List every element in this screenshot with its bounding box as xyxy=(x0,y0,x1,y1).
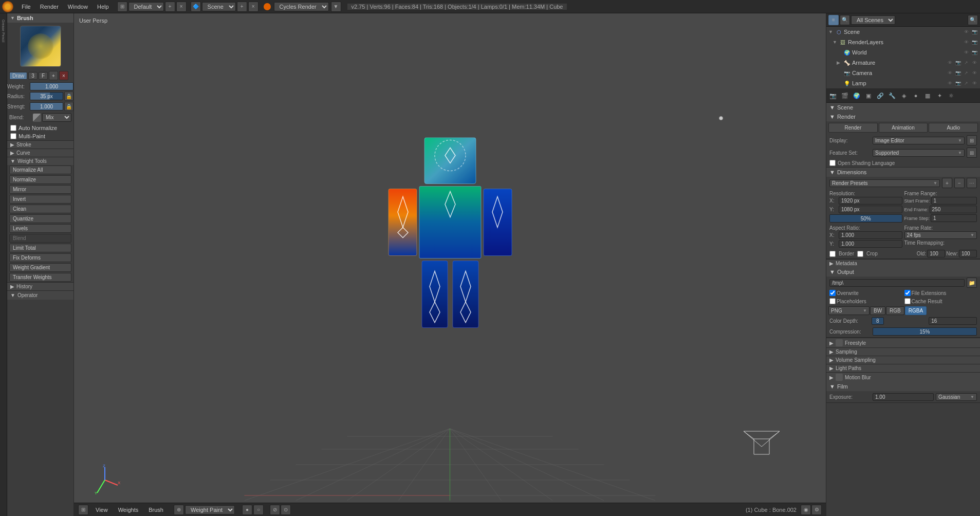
arm-cursor-icon[interactable]: ↗ xyxy=(963,59,970,66)
curve-section-header[interactable]: ▶ Curve xyxy=(7,149,73,157)
engine-settings-btn[interactable]: ▼ xyxy=(331,2,341,12)
start-frame-value[interactable]: 1 xyxy=(931,197,977,205)
placeholder-checkbox[interactable] xyxy=(829,298,836,304)
magnet-btn[interactable]: ⊙ xyxy=(281,505,291,515)
rl-eye-icon[interactable]: 👁 xyxy=(963,39,970,46)
rl-cam-icon[interactable]: 📷 xyxy=(971,39,978,46)
weight-tools-section-header[interactable]: ▼ Weight Tools xyxy=(7,157,73,165)
scene-render-icon[interactable]: 📷 xyxy=(971,28,978,35)
render-props-icon[interactable]: 📷 xyxy=(827,90,839,101)
scene-select[interactable]: Scene xyxy=(202,2,236,11)
light-paths-section[interactable]: ▶ Light Paths xyxy=(826,364,980,372)
weight-slider[interactable]: 1.000 xyxy=(30,82,73,90)
clean-btn[interactable]: Clean xyxy=(9,205,71,213)
fix-deforms-btn[interactable]: Fix Deforms xyxy=(9,253,71,262)
rgba-btn[interactable]: RGBA xyxy=(905,306,927,315)
format-dropdown[interactable]: PNG ▼ xyxy=(828,306,870,315)
physics-props-icon[interactable]: ⚛ xyxy=(946,90,957,101)
sampling-section[interactable]: ▶ Sampling xyxy=(826,347,980,356)
weight-gradient-btn[interactable]: Weight Gradient xyxy=(9,263,71,272)
cam-lock-icon[interactable]: 👁 xyxy=(971,69,978,77)
presets-remove-btn[interactable]: − xyxy=(954,178,965,188)
res-y-value[interactable]: 1080 px xyxy=(839,206,902,213)
end-frame-value[interactable]: 250 xyxy=(930,206,977,213)
res-percent-bar[interactable]: 50% xyxy=(829,214,902,223)
lamp-cam-icon[interactable]: 📷 xyxy=(954,80,961,87)
transfer-weights-btn[interactable]: Transfer Weights xyxy=(9,273,71,282)
menu-file[interactable]: File xyxy=(17,3,35,11)
metadata-section[interactable]: ▶ Metadata xyxy=(826,259,980,267)
render-engine-select[interactable]: Cycles Render xyxy=(274,2,329,11)
brush-panel-header[interactable]: ▼ Brush xyxy=(7,13,73,23)
arm-cam-icon[interactable]: 📷 xyxy=(954,59,961,66)
world-eye-icon[interactable]: 👁 xyxy=(963,49,970,56)
radius-slider[interactable]: 35 px xyxy=(30,92,63,100)
arm-eye-icon[interactable]: 👁 xyxy=(946,59,953,66)
res-x-value[interactable]: 1920 px xyxy=(839,197,902,205)
old-value[interactable]: 100 xyxy=(927,250,945,257)
remove-screen-btn[interactable]: × xyxy=(176,2,187,12)
depth-8-btn[interactable]: 8 xyxy=(872,317,884,325)
render-presets-dropdown[interactable]: Render Presets ▼ xyxy=(829,179,940,187)
scene-tree-item[interactable]: ▼ ⬡ Scene 👁 📷 xyxy=(826,27,980,37)
cam-cam-icon[interactable]: 📷 xyxy=(954,69,961,77)
add-scene-btn[interactable]: + xyxy=(237,2,247,12)
osl-checkbox[interactable] xyxy=(829,160,836,166)
right-search-btn[interactable]: 🔍 xyxy=(968,15,978,25)
volume-sampling-section[interactable]: ▶ Volume Sampling xyxy=(826,356,980,364)
frame-rate-dropdown[interactable]: 24 fps ▼ xyxy=(904,231,977,239)
screen-layout-select[interactable]: Default xyxy=(128,2,164,11)
render-section-header[interactable]: ▼ Render xyxy=(826,112,980,121)
search-icon-btn[interactable]: 🔍 xyxy=(840,15,850,25)
grease-pencil-icon[interactable]: Grease Pencil xyxy=(1,15,6,46)
display-dropdown[interactable]: Image Editor ▼ xyxy=(873,137,965,144)
brush-remove-btn[interactable]: × xyxy=(59,71,68,80)
renderlayers-tree-item[interactable]: ▼ 🖼 RenderLayers 👁 📷 xyxy=(826,37,980,47)
cam-vis-icon[interactable]: ↗ xyxy=(963,69,970,77)
file-ext-checkbox[interactable] xyxy=(904,290,911,296)
new-value[interactable]: 100 xyxy=(959,250,977,257)
lamp-vis-icon[interactable]: ↗ xyxy=(963,80,970,87)
menu-window[interactable]: Window xyxy=(64,3,92,11)
viewport-settings-btn[interactable]: ⚙ xyxy=(811,505,822,515)
strength-slider[interactable]: 1.000 xyxy=(30,102,63,110)
screen-layout-icon[interactable]: ⊞ xyxy=(117,2,127,12)
history-section-header[interactable]: ▶ History xyxy=(7,282,73,290)
camera-tree-item[interactable]: 📷 Camera 👁 📷 ↗ 👁 xyxy=(826,68,980,78)
world-props-icon[interactable]: 🌍 xyxy=(851,90,862,101)
brush-menu-btn[interactable]: Brush xyxy=(145,506,167,513)
viewport-menu-btn[interactable]: ⊞ xyxy=(78,505,88,515)
constraints-props-icon[interactable]: 🔗 xyxy=(875,90,886,101)
presets-add-btn[interactable]: + xyxy=(942,178,952,188)
lamp-lock-icon[interactable]: 👁 xyxy=(971,80,978,87)
render-preview-btn[interactable]: ◉ xyxy=(801,505,811,515)
radius-lock-btn[interactable]: 🔒 xyxy=(64,91,73,101)
multi-paint-checkbox[interactable] xyxy=(10,133,16,139)
frame-step-value[interactable]: 1 xyxy=(931,214,977,222)
menu-help[interactable]: Help xyxy=(93,3,113,11)
normalize-all-btn[interactable]: Normalize All xyxy=(9,165,71,174)
right-scene-select[interactable]: All Scenes xyxy=(851,15,895,25)
menu-render[interactable]: Render xyxy=(36,3,63,11)
arm-visible-icon[interactable]: 👁 xyxy=(971,59,978,66)
world-cam-icon[interactable]: 📷 xyxy=(971,49,978,56)
outliner-icon-btn[interactable]: ≡ xyxy=(828,15,839,25)
operator-section[interactable]: ▼ Operator xyxy=(7,290,73,300)
render-tab-btn[interactable]: Render xyxy=(828,123,878,133)
auto-normalize-checkbox[interactable] xyxy=(10,125,16,131)
bw-btn[interactable]: BW xyxy=(870,306,885,315)
aspect-x-value[interactable]: 1.000 xyxy=(839,231,902,239)
stroke-section-header[interactable]: ▶ Stroke xyxy=(7,140,73,149)
motion-blur-section[interactable]: ▶ Motion Blur xyxy=(826,372,980,382)
view-wire-btn[interactable]: ○ xyxy=(253,505,264,515)
world-tree-item[interactable]: 🌍 World 👁 📷 xyxy=(826,47,980,58)
brush-add-btn[interactable]: + xyxy=(49,71,58,80)
cache-checkbox[interactable] xyxy=(904,298,911,304)
crop-checkbox[interactable] xyxy=(857,251,863,257)
cursor-icon[interactable]: ⊕ xyxy=(174,505,184,515)
display-expand-btn[interactable]: ⊞ xyxy=(967,135,977,145)
depth-16-value[interactable]: 16 xyxy=(929,317,977,325)
mirror-btn[interactable]: Mirror xyxy=(9,185,71,194)
modifiers-props-icon[interactable]: 🔧 xyxy=(886,90,898,101)
normalize-btn[interactable]: Normalize xyxy=(9,175,71,184)
